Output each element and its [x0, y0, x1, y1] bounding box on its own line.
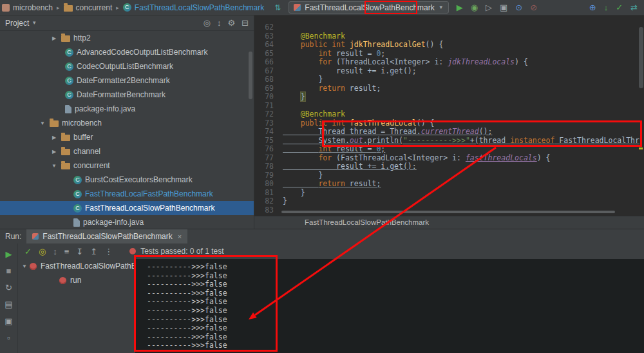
rerun-failed-button[interactable]: ↻	[5, 283, 12, 292]
restore-layout-button[interactable]: ▣	[5, 317, 12, 325]
run-tab[interactable]: FastThreadLocalSlowPathBenchmark ×	[26, 229, 187, 243]
test-more-options-icon[interactable]: ⋮	[104, 247, 113, 256]
chevron-down-icon[interactable]: ▼	[50, 163, 58, 169]
vcs-commit-button[interactable]: ✓	[616, 3, 623, 12]
run-config-selector[interactable]: FastThreadLocalSlowPathBenchmark ▼	[289, 1, 448, 14]
java-file-icon	[65, 105, 71, 113]
editor-scrollbar-horizontal[interactable]	[281, 211, 615, 213]
editor-line: 72 @Benchmark	[254, 110, 639, 119]
show-passed-icon[interactable]: ✓	[24, 247, 32, 256]
line-number: 66	[254, 58, 274, 67]
scroll-from-source-icon[interactable]: ↕	[217, 19, 222, 27]
breadcrumb-item[interactable]: microbench	[2, 3, 53, 12]
breadcrumb-item[interactable]: CFastThreadLocalSlowPathBenchmark	[123, 3, 264, 12]
line-number: 80	[254, 180, 274, 189]
tree-item-label: http2	[73, 33, 91, 43]
class-icon: C	[65, 77, 73, 85]
run-coverage-button[interactable]: ▷	[486, 3, 492, 12]
main-toolbar: microbench▸concurrent▸CFastThreadLocalSl…	[0, 0, 644, 15]
chevron-down-icon[interactable]: ▼	[39, 120, 46, 126]
line-number: 75	[254, 137, 274, 146]
project-tree-item[interactable]: package-info.java	[0, 215, 254, 229]
project-tree-item[interactable]: ▼microbench	[0, 116, 254, 130]
dump-threads-button[interactable]: ▤	[5, 300, 12, 309]
project-tree-item[interactable]: CCodecOutputListBenchmark	[0, 59, 254, 73]
line-number: 82	[254, 197, 274, 206]
chevron-down-icon[interactable]: ▼	[21, 263, 28, 269]
help-icon[interactable]: ⊙	[515, 3, 522, 12]
line-number: 74	[254, 128, 274, 137]
run-controls: ▶◉▷▣⊙⊘	[457, 3, 537, 12]
chevron-down-icon[interactable]: ▼	[32, 20, 37, 26]
project-tree-item[interactable]: ▶http2	[0, 31, 254, 45]
test-tree-item[interactable]: ▼FastThreadLocalSlowPathBe	[18, 259, 135, 273]
project-tree-item[interactable]: CDateFormatter2Benchmark	[0, 73, 254, 88]
sort-by-duration-icon[interactable]: ≡	[64, 247, 70, 256]
project-tree-item[interactable]: CFastThreadLocalSlowPathBenchmark	[0, 201, 254, 215]
chevron-right-icon[interactable]: ▶	[50, 149, 58, 155]
collapse-all-icon[interactable]: ↥	[90, 247, 97, 256]
sort-alphabetically-icon[interactable]: ↕	[53, 247, 57, 256]
hide-panel-icon[interactable]: ⊟	[242, 19, 249, 27]
debug-button[interactable]: ◉	[471, 3, 478, 12]
project-tree-item[interactable]: CDateFormatterBenchmark	[0, 88, 254, 102]
project-tree-item[interactable]: ▼concurrent	[0, 158, 254, 173]
rerun-button[interactable]: ▶	[6, 250, 12, 258]
pin-button[interactable]: ▫	[7, 334, 10, 342]
tree-item-label: FastThreadLocalFastPathBenchmark	[85, 189, 213, 198]
stop-button[interactable]: ■	[6, 267, 12, 275]
project-tree-item[interactable]: CFastThreadLocalFastPathBenchmark	[0, 187, 254, 201]
editor-scrollbar-vertical[interactable]	[639, 27, 643, 88]
editor-breadcrumb-bar: FastThreadLocalSlowPathBenchmark	[254, 216, 644, 229]
line-number: 63	[254, 32, 274, 41]
vcs-update-button[interactable]: ↓	[604, 3, 609, 12]
project-tree-item[interactable]: ▶buffer	[0, 130, 254, 144]
line-code: for (ThreadLocal<Integer> i: jdkThreadLo…	[283, 58, 528, 67]
chevron-right-icon[interactable]: ▶	[50, 35, 58, 41]
tree-item-label: concurrent	[73, 161, 110, 170]
tree-item-label: FastThreadLocalSlowPathBenchmark	[85, 204, 214, 213]
run-button[interactable]: ▶	[457, 3, 463, 12]
chevron-right-icon[interactable]: ▶	[50, 135, 58, 140]
class-icon: C	[73, 204, 82, 213]
test-failed-icon	[129, 248, 136, 254]
close-icon[interactable]: ×	[178, 233, 182, 240]
line-code: }	[283, 189, 305, 198]
test-status-text: Tests passed: 0 of 1 test	[140, 247, 223, 256]
class-icon: C	[73, 176, 82, 184]
project-tree-item[interactable]: package-info.java	[0, 102, 254, 116]
editor[interactable]: 6263 @Benchmark64 public int jdkThreadLo…	[254, 15, 644, 229]
project-tree-item[interactable]: CBurstCostExecutorsBenchmark	[0, 173, 254, 187]
breadcrumb-label: concurrent	[76, 3, 113, 12]
show-ignored-icon[interactable]: ◎	[39, 247, 46, 256]
tree-item-label: CodecOutputListBenchmark	[77, 62, 173, 71]
test-tree-item[interactable]: run	[18, 273, 135, 287]
line-code: }	[283, 171, 323, 180]
sync-icon[interactable]: ⇄	[630, 3, 638, 12]
stop-button[interactable]: ⊘	[530, 3, 537, 12]
line-number: 67	[254, 67, 274, 76]
breadcrumb: microbench▸concurrent▸CFastThreadLocalSl…	[2, 3, 264, 12]
line-code: @Benchmark	[283, 32, 345, 41]
run-left-toolbar: ▶■↻▤▣▫	[0, 243, 18, 353]
run-tab-icon	[32, 233, 39, 240]
project-scrollbar[interactable]	[249, 52, 252, 99]
line-code: Thread thread = Thread.currentThread();	[283, 128, 492, 137]
locate-file-icon[interactable]: ◎	[204, 19, 211, 27]
line-number: 68	[254, 75, 274, 84]
run-console[interactable]: ---------->>>false---------->>>false----…	[135, 259, 644, 353]
line-number: 69	[254, 84, 274, 93]
expand-all-icon[interactable]: ↧	[76, 247, 83, 256]
nav-arrows-icon[interactable]: ⇅	[274, 4, 281, 12]
editor-line: 79 }	[254, 171, 639, 180]
settings-gear-icon[interactable]: ⚙	[227, 19, 235, 27]
project-tree-item[interactable]: CAdvancedCodecOutputListBenchmark	[0, 45, 254, 59]
ide-window: microbench▸concurrent▸CFastThreadLocalSl…	[0, 0, 644, 353]
editor-breadcrumb[interactable]: FastThreadLocalSlowPathBenchmark	[305, 218, 429, 226]
line-code: int result = 0;	[283, 145, 385, 154]
globe-icon[interactable]: ⊕	[589, 3, 596, 12]
project-tree-item[interactable]: ▶channel	[0, 144, 254, 158]
breadcrumb-item[interactable]: concurrent	[64, 3, 113, 12]
profiler-button[interactable]: ▣	[500, 3, 507, 12]
run-tool-window: Run: FastThreadLocalSlowPathBenchmark × …	[0, 229, 644, 353]
